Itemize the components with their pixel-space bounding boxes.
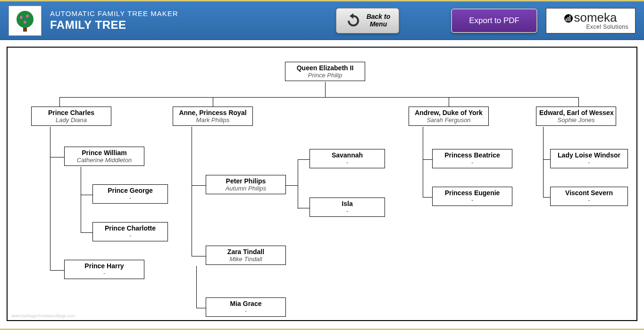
person-node-severn: Viscont Severn - [550, 187, 628, 206]
person-name: Queen Elizabeth II [288, 64, 362, 72]
svg-point-1 [17, 11, 33, 28]
connector-line [50, 270, 64, 271]
tree-canvas: Queen Elizabeth II Prince Philip Prince … [7, 47, 637, 321]
person-node-beatrice: Princess Beatrice - [432, 149, 512, 168]
person-node-andrew: Andrew, Duke of York Sarah Ferguson [409, 107, 489, 126]
brand-name: someka [574, 10, 617, 25]
svg-point-3 [26, 15, 29, 17]
connector-line [325, 82, 326, 97]
person-node-harry: Prince Harry - [64, 260, 144, 279]
brand-tagline: Excel Solutions [553, 24, 628, 30]
footer-watermark: www.heritagechristiancollege.com [11, 314, 75, 318]
person-node-mia: Mia Grace - [206, 297, 286, 317]
person-node-edward: Edward, Earl of Wessex Sophie Jones [536, 107, 616, 126]
person-spouse: Prince Philip [288, 72, 362, 79]
connector-line [50, 127, 50, 271]
connector-line [81, 195, 92, 195]
connector-line [423, 127, 423, 198]
person-node-root: Queen Elizabeth II Prince Philip [285, 62, 365, 81]
header-subtitle: AUTOMATIC FAMILY TREE MAKER [50, 9, 336, 17]
connector-line [81, 167, 81, 233]
app-header: AUTOMATIC FAMILY TREE MAKER FAMILY TREE … [0, 1, 644, 40]
back-to-menu-button[interactable]: Back to Menu [336, 8, 400, 33]
svg-point-4 [24, 21, 26, 24]
header-title: FAMILY TREE [50, 18, 336, 32]
connector-line [213, 97, 213, 107]
person-node-eugenie: Princess Eugenie - [432, 187, 512, 206]
person-node-william: Prince William Catherine Middleton [64, 147, 144, 166]
app-logo [8, 6, 42, 36]
person-node-loise: Lady Loise Windsor - [550, 149, 628, 168]
connector-line [196, 308, 206, 308]
connector-line [543, 159, 550, 160]
brand-logo: someka Excel Solutions [546, 8, 636, 33]
connector-line [298, 159, 298, 209]
person-node-anne: Anne, Princess Royal Mark Philips [173, 107, 253, 126]
connector-line [423, 159, 432, 160]
person-node-zara: Zara Tindall Mike Tindall [206, 246, 286, 265]
connector-line [59, 97, 60, 107]
connector-line [298, 159, 309, 160]
person-node-isla: Isla - [309, 198, 385, 217]
tree-icon [13, 9, 37, 33]
person-node-charlotte: Prince Charlotte - [92, 222, 168, 241]
connector-line [81, 232, 92, 233]
export-pdf-button[interactable]: Export to PDF [451, 8, 537, 33]
person-node-george: Prince George - [92, 184, 168, 204]
back-button-label: Back to Menu [367, 13, 391, 28]
connector-line [286, 185, 298, 186]
connector-line [543, 127, 544, 198]
person-node-charles: Prince Charles Lady Diana [31, 107, 111, 126]
connector-line [423, 197, 432, 198]
connector-line [192, 127, 192, 256]
connector-line [543, 197, 550, 198]
connector-line [192, 185, 206, 186]
connector-line [50, 157, 64, 157]
connector-line [196, 266, 197, 308]
back-arrow-icon [345, 12, 362, 29]
svg-point-2 [20, 16, 23, 19]
connector-line [449, 97, 449, 107]
connector-line [578, 97, 579, 107]
connector-line [298, 208, 309, 208]
person-node-savannah: Savannah - [309, 149, 385, 168]
connector-line [59, 97, 578, 98]
person-node-peter: Peter Philips Autumn Philips [206, 175, 286, 194]
